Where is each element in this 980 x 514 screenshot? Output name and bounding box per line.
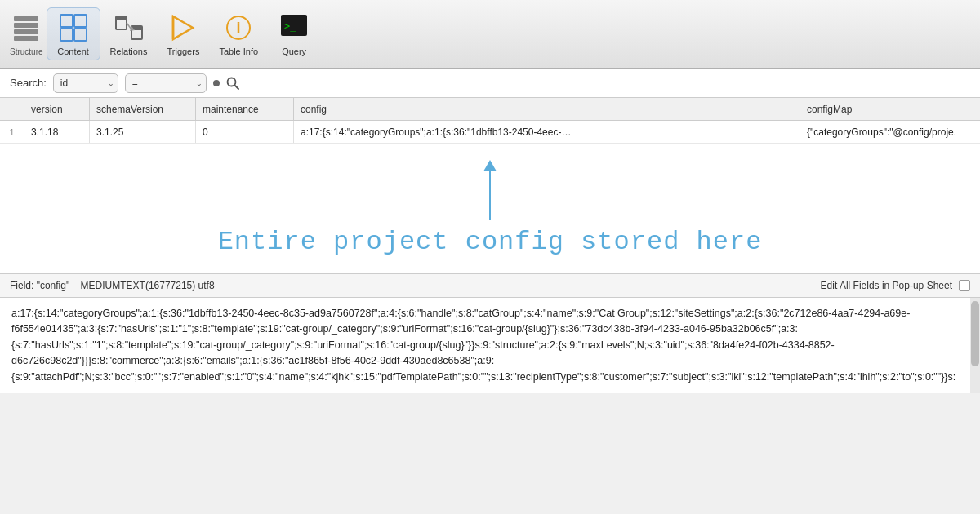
td-configmap: {"categoryGroups":"@config/proje. [800, 121, 980, 143]
svg-rect-5 [74, 15, 87, 27]
svg-rect-6 [60, 29, 73, 41]
toolbar-label-query: Query [282, 47, 306, 56]
svg-rect-4 [60, 15, 73, 27]
field-info-bar: Field: "config" – MEDIUMTEXT(16777215) u… [0, 273, 980, 298]
toolbar-label-triggers: Triggers [167, 47, 199, 56]
search-button[interactable] [226, 77, 239, 90]
toolbar-item-relations[interactable]: Relations [100, 8, 158, 60]
toolbar-item-structure[interactable]: Structure [7, 9, 47, 60]
field-select-wrapper: id [53, 73, 118, 93]
toolbar-item-tableinfo[interactable]: i Table Info [209, 8, 268, 60]
th-configmap: configMap [800, 98, 980, 120]
toolbar-label-relations: Relations [110, 47, 148, 56]
scrollbar-thumb[interactable] [971, 301, 979, 366]
arrow-line [489, 171, 491, 220]
scrollbar-track[interactable] [970, 298, 980, 393]
search-label: Search: [10, 77, 47, 89]
svg-text:i: i [237, 20, 241, 36]
toolbar-item-triggers[interactable]: Triggers [157, 8, 209, 60]
relations-icon [113, 11, 145, 44]
toolbar: Structure Content [0, 0, 980, 69]
main-content: a:17:{s:14:"categoryGroups";a:1:{s:36:"1… [0, 298, 980, 393]
edit-all-label: Edit All Fields in Pop-up Sheet [821, 280, 952, 291]
svg-line-21 [234, 85, 238, 89]
annotation-text: Entire project config stored here [218, 227, 763, 257]
field-info-right: Edit All Fields in Pop-up Sheet [821, 280, 970, 291]
toolbar-item-query[interactable]: >_ Query [268, 8, 320, 60]
toolbar-label-structure: Structure [10, 47, 43, 56]
td-maintenance: 0 [196, 121, 294, 143]
field-select[interactable]: id [53, 73, 118, 93]
query-icon: >_ [278, 11, 310, 44]
annotation-arrow [483, 160, 497, 220]
content-icon [57, 11, 90, 44]
svg-rect-1 [14, 23, 38, 28]
search-icon [226, 77, 239, 90]
table-row[interactable]: 1 3.1.18 3.1.25 0 a:17:{s:14:"categoryGr… [0, 121, 980, 144]
svg-rect-2 [14, 29, 38, 34]
toolbar-label-tableinfo: Table Info [219, 47, 258, 56]
edit-all-checkbox[interactable] [959, 280, 970, 291]
svg-text:>_: >_ [284, 20, 296, 32]
svg-rect-9 [116, 16, 127, 20]
td-rownum: 1 [0, 127, 24, 137]
svg-marker-14 [173, 16, 193, 39]
td-version: 3.1.18 [24, 121, 90, 143]
toolbar-item-content[interactable]: Content [47, 7, 100, 60]
triggers-icon [167, 11, 199, 44]
th-version: version [24, 98, 90, 120]
th-schema-version: schemaVersion [90, 98, 196, 120]
td-config: a:17:{s:14:"categoryGroups";a:1:{s:36:"1… [294, 121, 800, 143]
operator-select[interactable]: = [125, 73, 207, 93]
td-schema-version: 3.1.25 [90, 121, 196, 143]
annotation-area: Entire project config stored here [0, 144, 980, 273]
arrow-head [483, 160, 497, 171]
searchbar: Search: id = [0, 69, 980, 98]
text-content-area[interactable]: a:17:{s:14:"categoryGroups";a:1:{s:36:"1… [0, 298, 980, 393]
svg-rect-7 [74, 29, 87, 41]
svg-rect-3 [14, 36, 38, 41]
toolbar-label-content: Content [57, 47, 89, 56]
structure-icon [10, 12, 42, 45]
table-header: version schemaVersion maintenance config… [0, 98, 980, 121]
th-config: config [294, 98, 800, 120]
operator-select-wrapper: = [125, 73, 207, 93]
field-info-label: Field: "config" – MEDIUMTEXT(16777215) u… [10, 280, 215, 291]
tableinfo-icon: i [222, 11, 255, 44]
th-maintenance: maintenance [196, 98, 294, 120]
svg-rect-0 [14, 16, 38, 21]
search-dot-separator [213, 80, 220, 86]
data-table: version schemaVersion maintenance config… [0, 98, 980, 144]
